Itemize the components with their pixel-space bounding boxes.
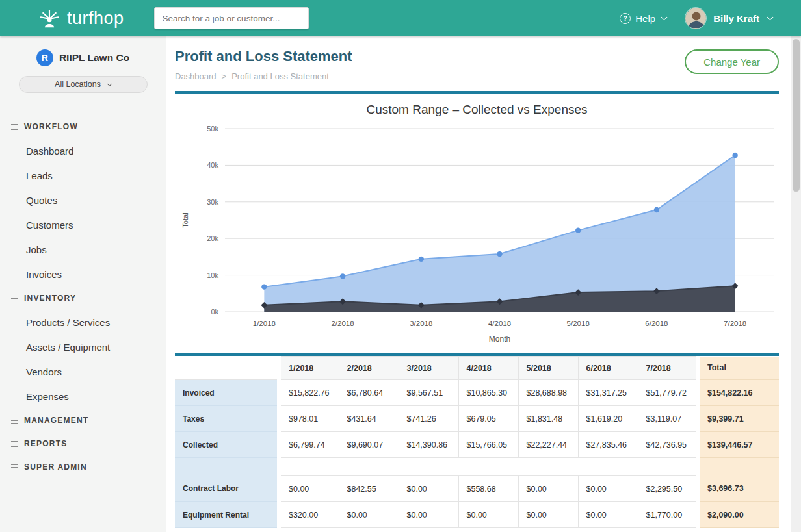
column-header-7-2018: 7/2018 xyxy=(638,357,698,380)
sidebar-item-vendors[interactable]: Vendors xyxy=(0,359,166,384)
sidebar-item-customers[interactable]: Customers xyxy=(0,212,166,237)
cell-value: $0.00 xyxy=(578,502,638,528)
row-label: Invoiced xyxy=(175,380,279,406)
sidebar-section-workflow[interactable]: WORKFLOW xyxy=(0,115,166,138)
user-menu[interactable]: Billy Kraft xyxy=(685,7,772,29)
sidebar-section-reports[interactable]: REPORTS xyxy=(0,432,166,455)
breadcrumb-dashboard[interactable]: Dashboard xyxy=(175,71,217,81)
svg-text:2/2018: 2/2018 xyxy=(331,320,354,327)
cell-value: $1,770.00 xyxy=(638,502,698,528)
chevron-down-icon xyxy=(661,14,668,20)
scrollbar-thumb[interactable] xyxy=(793,39,800,192)
cell-value: $558.68 xyxy=(458,476,518,502)
sidebar-item-assets-equipment[interactable]: Assets / Equipment xyxy=(0,335,166,359)
sidebar-section-super-admin[interactable]: SUPER ADMIN xyxy=(0,455,166,479)
svg-text:50k: 50k xyxy=(207,125,218,133)
sidebar-item-leads[interactable]: Leads xyxy=(0,163,166,188)
cell-value: $0.00 xyxy=(279,476,339,502)
sidebar-item-quotes[interactable]: Quotes xyxy=(0,188,166,212)
cell-value xyxy=(339,458,399,476)
locations-dropdown[interactable]: All Locations xyxy=(19,76,148,93)
cell-value: $1,619.20 xyxy=(578,406,638,432)
cell-value: $0.00 xyxy=(339,502,399,528)
cell-value: $431.64 xyxy=(339,406,399,432)
row-total: $139,446.57 xyxy=(698,432,779,458)
change-year-button[interactable]: Change Year xyxy=(685,49,779,74)
cell-value: $6,799.74 xyxy=(279,432,339,458)
section-lines-icon xyxy=(11,418,18,424)
table-spacer-row xyxy=(175,458,779,476)
svg-text:Total: Total xyxy=(181,212,189,227)
help-menu[interactable]: ? Help xyxy=(620,13,666,24)
corner-header xyxy=(175,357,279,380)
section-lines-icon xyxy=(11,464,18,470)
topbar-right: ? Help Billy Kraft xyxy=(620,7,772,29)
sidebar-item-expenses[interactable]: Expenses xyxy=(0,384,166,409)
sidebar-item-jobs[interactable]: Jobs xyxy=(0,237,166,262)
cell-value: $0.00 xyxy=(578,476,638,502)
table-header-row: 1/20182/20183/20184/20185/20186/20187/20… xyxy=(175,357,779,380)
global-search xyxy=(154,7,309,29)
chevron-down-icon xyxy=(107,81,112,86)
sidebar-section-label: MANAGEMENT xyxy=(24,416,88,425)
company-logo-badge: R xyxy=(36,49,53,66)
chart-card: Custom Range – Collected vs Expenses 0k1… xyxy=(175,91,779,347)
cell-value: $51,779.72 xyxy=(638,380,698,406)
cell-value: $0.00 xyxy=(399,502,458,528)
column-header-3-2018: 3/2018 xyxy=(399,357,458,380)
column-header-6-2018: 6/2018 xyxy=(578,357,638,380)
pnl-table: 1/20182/20183/20184/20185/20186/20187/20… xyxy=(175,356,779,528)
sidebar-item-products-services[interactable]: Products / Services xyxy=(0,310,166,335)
column-header-total: Total xyxy=(698,357,779,380)
cell-value: $0.00 xyxy=(518,502,578,528)
svg-text:3/2018: 3/2018 xyxy=(410,320,432,327)
section-lines-icon xyxy=(11,296,18,301)
row-total xyxy=(698,458,779,476)
cell-value xyxy=(458,458,518,476)
sidebar-section-label: SUPER ADMIN xyxy=(24,462,87,472)
cell-value: $679.05 xyxy=(458,406,518,432)
search-input[interactable] xyxy=(154,7,309,29)
cell-value: $27,835.46 xyxy=(578,432,638,458)
svg-text:20k: 20k xyxy=(207,234,218,242)
user-name: Billy Kraft xyxy=(713,13,759,24)
cell-value: $6,780.64 xyxy=(339,380,399,406)
brand-name: turfhop xyxy=(67,8,124,29)
row-total: $3,696.73 xyxy=(698,476,779,502)
breadcrumb: Dashboard > Profit and Loss Statement xyxy=(175,71,779,81)
cell-value: $28,688.98 xyxy=(518,380,578,406)
company-selector[interactable]: R RIIPL Lawn Co xyxy=(0,36,166,66)
cell-value: $2,295.50 xyxy=(638,476,698,502)
sidebar-item-dashboard[interactable]: Dashboard xyxy=(0,138,166,163)
svg-text:7/2018: 7/2018 xyxy=(724,320,746,327)
column-header-4-2018: 4/2018 xyxy=(458,357,518,380)
scrollbar-track[interactable] xyxy=(791,36,801,532)
sidebar-nav: WORKFLOWDashboardLeadsQuotesCustomersJob… xyxy=(0,115,166,479)
svg-text:6/2018: 6/2018 xyxy=(645,320,668,327)
cell-value: $15,822.76 xyxy=(279,380,339,406)
svg-text:30k: 30k xyxy=(207,198,218,206)
pnl-table-card: 1/20182/20183/20184/20185/20186/20187/20… xyxy=(175,353,779,528)
row-total: $2,090.00 xyxy=(698,502,779,528)
sidebar-section-inventory[interactable]: INVENTORY xyxy=(0,286,166,310)
sidebar-item-invoices[interactable]: Invoices xyxy=(0,262,166,286)
sidebar-section-label: INVENTORY xyxy=(24,294,76,303)
page-header: Profit and Loss Statement Dashboard > Pr… xyxy=(175,36,779,81)
brand-logo[interactable]: turfhop xyxy=(38,8,124,29)
row-label: Taxes xyxy=(175,406,279,432)
cell-value: $0.00 xyxy=(458,502,518,528)
cell-value: $14,390.86 xyxy=(399,432,458,458)
sidebar: R RIIPL Lawn Co All Locations WORKFLOWDa… xyxy=(0,36,166,532)
sidebar-section-management[interactable]: MANAGEMENT xyxy=(0,409,166,432)
cell-value: $978.01 xyxy=(279,406,339,432)
table-row-taxes: Taxes$978.01$431.64$741.26$679.05$1,831.… xyxy=(175,406,779,432)
top-header: turfhop ? Help Billy Kraft xyxy=(0,0,801,36)
svg-text:0k: 0k xyxy=(211,308,218,316)
company-name: RIIPL Lawn Co xyxy=(59,52,129,64)
table-row-collected: Collected$6,799.74$9,690.07$14,390.86$15… xyxy=(175,432,779,458)
user-avatar xyxy=(685,7,707,29)
cell-value: $320.00 xyxy=(279,502,339,528)
row-label: Contract Labor xyxy=(175,476,279,502)
row-total: $9,399.71 xyxy=(698,406,779,432)
main-content: Profit and Loss Statement Dashboard > Pr… xyxy=(166,36,791,532)
